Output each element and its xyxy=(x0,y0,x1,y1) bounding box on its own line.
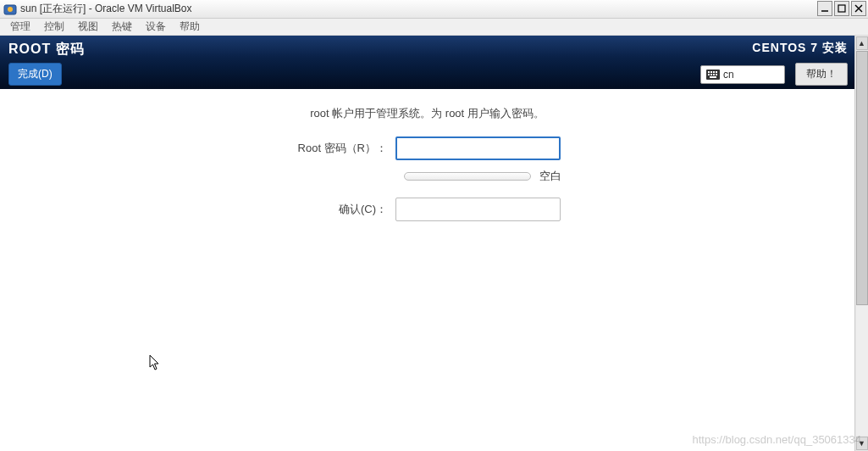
root-password-label: Root 密码（R）： xyxy=(294,141,395,156)
vbox-menubar: 管理 控制 视图 热键 设备 帮助 xyxy=(0,19,868,36)
scrollbar-thumb[interactable] xyxy=(856,51,868,305)
keyboard-icon xyxy=(706,70,720,80)
svg-rect-10 xyxy=(716,71,717,73)
password-strength-label: 空白 xyxy=(539,169,561,184)
svg-rect-11 xyxy=(708,74,710,75)
description-text: root 帐户用于管理系统。为 root 用户输入密码。 xyxy=(51,106,804,121)
keyboard-layout-label: cn xyxy=(723,69,734,81)
svg-rect-15 xyxy=(710,76,716,78)
done-button[interactable]: 完成(D) xyxy=(8,63,62,86)
confirm-password-label: 确认(C)： xyxy=(294,202,395,217)
confirm-password-row: 确认(C)： xyxy=(51,198,804,221)
vm-inner: ROOT 密码 完成(D) CENTOS 7 安装 xyxy=(0,36,854,451)
anaconda-header: ROOT 密码 完成(D) CENTOS 7 安装 xyxy=(0,36,854,89)
scroll-down-arrow-icon[interactable]: ▼ xyxy=(856,437,868,450)
maximize-button[interactable] xyxy=(834,1,849,16)
svg-rect-12 xyxy=(710,74,712,75)
vbox-window-controls xyxy=(815,1,866,16)
help-button[interactable]: 帮助！ xyxy=(795,63,848,86)
install-title: CENTOS 7 安装 xyxy=(700,41,848,56)
vbox-app-icon xyxy=(3,3,17,16)
scroll-up-arrow-icon[interactable]: ▲ xyxy=(856,36,868,50)
vertical-scrollbar[interactable]: ▲ ▼ xyxy=(854,36,868,451)
menu-hotkeys[interactable]: 热键 xyxy=(105,18,139,36)
vbox-titlebar: sun [正在运行] - Oracle VM VirtualBox xyxy=(0,0,868,19)
keyboard-layout-indicator[interactable]: cn xyxy=(700,65,785,84)
menu-manage[interactable]: 管理 xyxy=(3,18,37,36)
minimize-button[interactable] xyxy=(817,1,832,16)
svg-rect-8 xyxy=(710,71,712,73)
svg-rect-13 xyxy=(713,74,715,75)
scrollbar-track[interactable] xyxy=(856,51,868,436)
close-button[interactable] xyxy=(851,1,866,16)
page-title: ROOT 密码 xyxy=(8,41,85,58)
menu-view[interactable]: 视图 xyxy=(71,18,105,36)
menu-help[interactable]: 帮助 xyxy=(173,18,207,36)
password-strength-bar xyxy=(404,172,531,181)
header-right: CENTOS 7 安装 cn 帮助！ xyxy=(700,41,848,86)
password-strength-row: 空白 xyxy=(51,169,804,184)
menu-control[interactable]: 控制 xyxy=(37,18,71,36)
svg-rect-14 xyxy=(716,74,717,75)
menu-devices[interactable]: 设备 xyxy=(139,18,173,36)
vm-display-area: ROOT 密码 完成(D) CENTOS 7 安装 xyxy=(0,36,868,451)
svg-rect-9 xyxy=(713,71,715,73)
vbox-window-title: sun [正在运行] - Oracle VM VirtualBox xyxy=(20,2,192,16)
svg-rect-3 xyxy=(838,5,845,12)
anaconda-body: root 帐户用于管理系统。为 root 用户输入密码。 Root 密码（R）：… xyxy=(0,89,854,247)
root-password-row: Root 密码（R）： xyxy=(51,136,804,160)
svg-point-1 xyxy=(8,7,13,12)
root-password-input[interactable] xyxy=(395,136,561,160)
svg-rect-7 xyxy=(708,71,710,73)
confirm-password-input[interactable] xyxy=(395,198,561,221)
